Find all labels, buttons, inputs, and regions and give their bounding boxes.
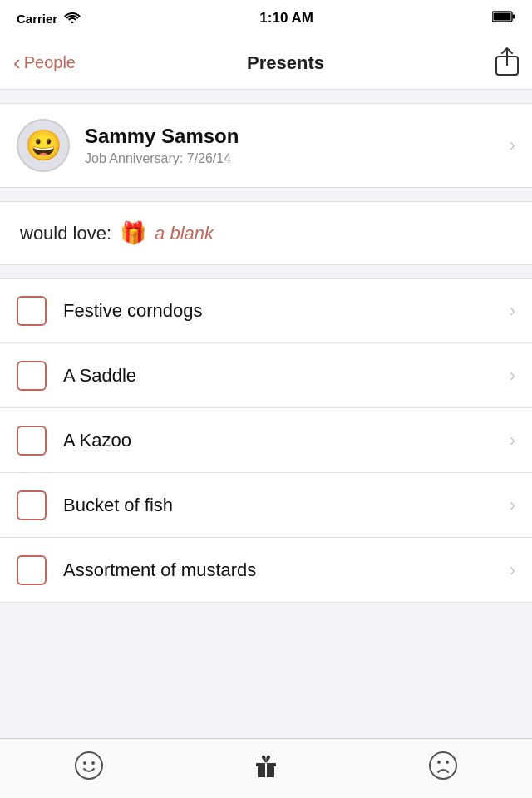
would-love-section: would love: 🎁 a blank: [0, 201, 532, 265]
page-title: Presents: [247, 52, 324, 74]
tab-sad[interactable]: [355, 751, 532, 787]
back-label: People: [24, 53, 76, 72]
person-chevron-icon: ›: [510, 135, 515, 156]
gift-item[interactable]: Assortment of mustards ›: [0, 538, 532, 603]
back-button[interactable]: ‹ People: [13, 53, 76, 73]
would-love-text: would love:: [20, 223, 111, 244]
gift-label: A Saddle: [63, 365, 510, 387]
would-love-item: a blank: [155, 223, 214, 244]
gift-item[interactable]: A Saddle ›: [0, 343, 532, 408]
gift-label: Festive corndogs: [63, 300, 510, 322]
gift-checkbox[interactable]: [17, 555, 47, 585]
nav-bar: ‹ People Presents: [0, 37, 532, 90]
carrier-label: Carrier: [17, 12, 57, 26]
gift-tab-icon: [251, 751, 281, 787]
tab-bar: [0, 738, 532, 798]
tab-gift[interactable]: [177, 751, 354, 787]
gift-checkbox[interactable]: [17, 426, 47, 456]
wifi-icon: [64, 12, 81, 26]
svg-point-8: [91, 761, 95, 765]
svg-rect-3: [493, 13, 510, 21]
person-card[interactable]: 😀 Sammy Samson Job Anniversary: 7/26/14 …: [0, 103, 532, 188]
avatar: 😀: [17, 119, 70, 172]
status-bar-left: Carrier: [17, 12, 81, 26]
gift-chevron-icon: ›: [510, 365, 515, 387]
gift-icon: 🎁: [120, 220, 146, 246]
svg-point-12: [430, 752, 456, 779]
gift-checkbox[interactable]: [17, 361, 47, 391]
share-button[interactable]: [495, 47, 519, 79]
status-bar-right: [492, 11, 515, 26]
status-time: 1:10 AM: [259, 10, 313, 27]
avatar-emoji: 😀: [25, 128, 62, 163]
status-bar: Carrier 1:10 AM: [0, 0, 532, 37]
gift-item[interactable]: Bucket of fish ›: [0, 473, 532, 538]
gift-chevron-icon: ›: [510, 430, 515, 451]
back-chevron-icon: ‹: [13, 52, 21, 73]
gift-chevron-icon: ›: [510, 559, 515, 581]
svg-point-13: [437, 761, 441, 764]
person-name: Sammy Samson: [85, 125, 510, 148]
gift-label: A Kazoo: [63, 430, 510, 451]
battery-icon: [492, 11, 515, 26]
tab-happy[interactable]: [0, 751, 177, 787]
svg-rect-2: [512, 15, 515, 19]
gift-chevron-icon: ›: [510, 495, 515, 516]
person-info: Sammy Samson Job Anniversary: 7/26/14: [85, 125, 510, 166]
svg-point-6: [76, 752, 102, 779]
svg-point-14: [446, 761, 449, 764]
gift-item[interactable]: Festive corndogs ›: [0, 278, 532, 343]
gift-chevron-icon: ›: [510, 300, 515, 322]
svg-point-7: [83, 761, 86, 765]
gift-checkbox[interactable]: [17, 490, 47, 520]
gift-list: Festive corndogs › A Saddle › A Kazoo › …: [0, 278, 532, 603]
gift-label: Assortment of mustards: [63, 559, 510, 581]
svg-point-0: [71, 21, 74, 23]
gift-checkbox[interactable]: [17, 296, 47, 326]
person-subtitle: Job Anniversary: 7/26/14: [85, 151, 510, 166]
happy-icon: [74, 751, 104, 787]
sad-icon: [428, 751, 458, 787]
gift-label: Bucket of fish: [63, 495, 510, 516]
gift-item[interactable]: A Kazoo ›: [0, 408, 532, 473]
